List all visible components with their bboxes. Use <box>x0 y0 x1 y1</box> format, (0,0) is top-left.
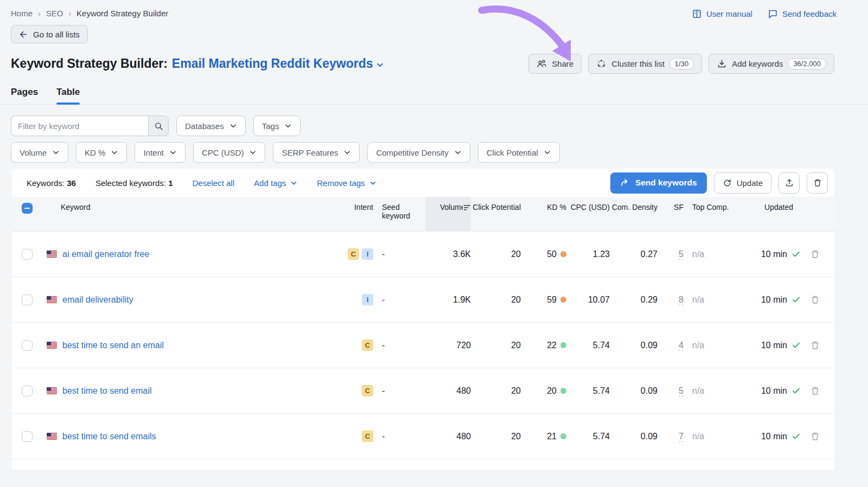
volume-cell: 1.9K <box>425 295 471 305</box>
filter-dropdown[interactable]: SERP Features <box>273 142 360 163</box>
header-click-potential[interactable]: Click Potential <box>471 203 521 212</box>
intent-badge[interactable]: C <box>348 248 359 260</box>
intent-badge[interactable]: C <box>362 431 373 442</box>
click-potential-cell: 20 <box>471 249 521 259</box>
top-comp-cell: n/a <box>684 386 729 396</box>
select-all-checkbox[interactable] <box>22 203 33 214</box>
keyword-link[interactable]: best time to send email <box>62 386 152 396</box>
deselect-all-link[interactable]: Deselect all <box>192 178 234 188</box>
volume-cell: 3.6K <box>425 249 471 259</box>
sf-count-link[interactable]: 7 <box>679 432 684 442</box>
sf-count-link[interactable]: 8 <box>679 295 684 305</box>
top-links: User manual Send feedback <box>692 9 837 19</box>
kd-difficulty-dot <box>560 342 566 348</box>
click-potential-cell: 20 <box>471 295 521 305</box>
header-seed-keyword[interactable]: Seed keyword <box>373 203 425 220</box>
intent-badges: C <box>328 431 373 442</box>
share-button[interactable]: Share <box>528 54 582 74</box>
header-intent[interactable]: Intent <box>328 203 373 212</box>
keywords-limit-badge: 36/2,000 <box>788 58 826 69</box>
seed-keyword-cell: - <box>373 341 425 350</box>
filter-dropdown[interactable]: Volume <box>11 142 68 163</box>
chevron-right-icon: › <box>68 9 71 18</box>
breadcrumb-item[interactable]: Keyword Strategy Builder › <box>76 9 168 18</box>
header-volume-sorted[interactable]: Volume <box>425 197 471 232</box>
us-flag-icon <box>47 251 57 258</box>
row-delete-button[interactable] <box>810 249 820 259</box>
keyword-link[interactable]: best time to send an email <box>62 341 164 350</box>
breadcrumb-item[interactable]: SEO › <box>46 9 76 18</box>
keyword-filter-search-button[interactable] <box>148 116 169 136</box>
row-checkbox[interactable] <box>22 249 33 260</box>
export-button[interactable] <box>778 172 800 194</box>
tab[interactable]: Table <box>56 87 80 104</box>
row-checkbox[interactable] <box>22 386 33 396</box>
table-row: best time to send emails C - 480 20 21 5 <box>12 414 834 459</box>
sf-count-link[interactable]: 4 <box>679 341 684 351</box>
delete-list-button[interactable] <box>807 172 828 194</box>
cluster-icon <box>596 59 607 69</box>
click-potential-cell: 20 <box>471 386 521 396</box>
header-top-comp[interactable]: Top Comp. <box>684 203 729 212</box>
sf-count-link[interactable]: 5 <box>679 386 684 396</box>
keyword-filter-input[interactable] <box>11 116 148 136</box>
row-checkbox[interactable] <box>22 431 33 442</box>
cluster-this-list-button[interactable]: Cluster this list 1/30 <box>588 54 702 74</box>
intent-badge[interactable]: C <box>362 339 373 351</box>
intent-badges: C <box>328 339 373 351</box>
breadcrumb-item[interactable]: Home › <box>11 9 46 18</box>
filter-dropdown[interactable]: Intent <box>135 142 186 163</box>
intent-badge[interactable]: I <box>362 248 373 260</box>
update-button[interactable]: Update <box>714 172 771 194</box>
add-tags-dropdown[interactable]: Add tags <box>254 178 297 188</box>
sf-cell: 8 <box>658 295 684 305</box>
header-com-density[interactable]: Com. Density <box>610 203 658 212</box>
keywords-table: Keyword Intent Seed keyword Volume Click… <box>12 197 834 459</box>
header-kd[interactable]: KD % <box>521 203 566 212</box>
sf-count-link[interactable]: 5 <box>679 249 684 260</box>
send-feedback-link[interactable]: Send feedback <box>768 9 837 19</box>
filter-dropdown[interactable]: KD % <box>76 142 127 163</box>
row-delete-button[interactable] <box>810 340 820 350</box>
add-keywords-button[interactable]: Add keywords 36/2,000 <box>709 54 834 74</box>
go-to-all-lists-button[interactable]: Go to all lists <box>11 25 88 43</box>
updated-cell: 10 min <box>729 249 801 259</box>
filter-dropdown[interactable]: Tags <box>253 116 301 136</box>
filters-panel: Databases Tags Volume KD % <box>0 105 868 163</box>
user-manual-link[interactable]: User manual <box>692 9 752 19</box>
filter-dropdown[interactable]: Databases <box>176 116 246 136</box>
breadcrumb-label[interactable]: SEO <box>46 9 63 18</box>
row-checkbox[interactable] <box>22 340 33 351</box>
header-cpc[interactable]: CPC (USD) <box>566 203 610 212</box>
filter-dropdown[interactable]: CPC (USD) <box>193 142 266 163</box>
header-updated[interactable]: Updated <box>729 203 801 212</box>
keyword-link[interactable]: email deliverability <box>62 295 133 305</box>
chevron-down-icon <box>544 149 551 156</box>
intent-badge[interactable]: I <box>362 294 373 305</box>
filter-dropdown[interactable]: Competitive Density <box>367 142 470 163</box>
row-delete-button[interactable] <box>810 294 820 305</box>
cluster-label: Cluster this list <box>611 59 665 68</box>
kd-difficulty-dot <box>560 297 566 303</box>
row-delete-button[interactable] <box>810 431 820 441</box>
intent-badge[interactable]: C <box>362 385 373 396</box>
header-keyword[interactable]: Keyword <box>47 203 328 212</box>
filter-dropdown[interactable]: Click Potential <box>478 142 560 163</box>
remove-tags-dropdown[interactable]: Remove tags <box>317 178 376 188</box>
arrow-left-icon <box>19 30 28 39</box>
tab[interactable]: Pages <box>11 87 38 104</box>
list-name-dropdown[interactable]: Email Marketing Reddit Keywords <box>172 56 385 71</box>
send-keywords-label: Send keywords <box>635 178 697 188</box>
send-keywords-button[interactable]: Send keywords <box>610 172 707 194</box>
keyword-link[interactable]: ai email generator free <box>62 249 149 259</box>
filter-dropdown-label: KD % <box>85 148 105 157</box>
breadcrumb-label[interactable]: Keyword Strategy Builder <box>76 9 168 18</box>
intent-badges: I <box>328 294 373 305</box>
kd-difficulty-dot <box>560 251 566 257</box>
volume-cell: 480 <box>425 432 471 441</box>
row-checkbox[interactable] <box>22 294 33 305</box>
keyword-link[interactable]: best time to send emails <box>62 432 156 441</box>
header-sf[interactable]: SF <box>658 203 684 212</box>
row-delete-button[interactable] <box>810 386 820 396</box>
breadcrumb-label[interactable]: Home <box>11 9 33 18</box>
